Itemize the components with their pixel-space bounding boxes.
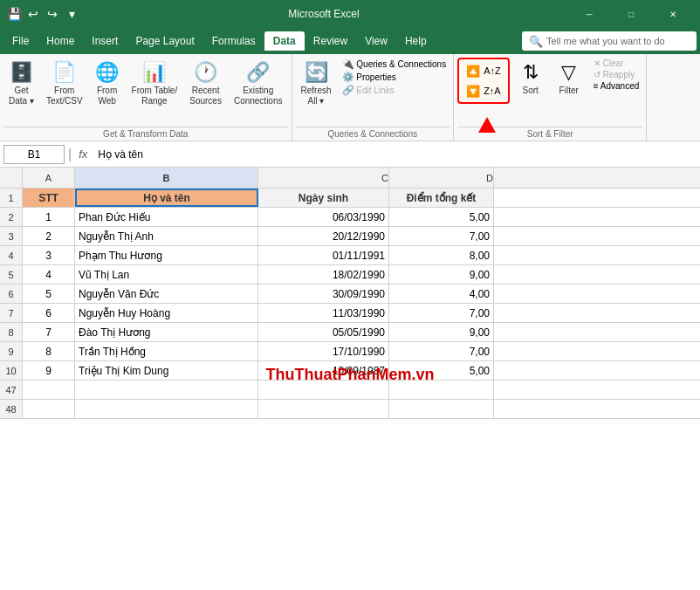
restore-button[interactable]: □: [611, 0, 651, 28]
cell-c9[interactable]: 17/10/1990: [258, 342, 389, 360]
col-header-a[interactable]: A: [23, 168, 75, 188]
properties-button[interactable]: ⚙️ Properties: [339, 71, 450, 84]
row-num-48: 48: [0, 400, 23, 418]
existing-connections-icon: 🔗: [246, 61, 270, 84]
menu-bar: File Home Insert Page Layout Formulas Da…: [0, 28, 700, 54]
cell-b47[interactable]: [75, 381, 258, 399]
cell-a47[interactable]: [23, 381, 75, 399]
cell-d10[interactable]: 5,00: [389, 361, 494, 380]
get-data-button[interactable]: 🗄️ Get Data ▾: [3, 58, 39, 110]
cell-d1[interactable]: Điểm tổng kết: [389, 189, 494, 207]
cell-d9[interactable]: 7,00: [389, 342, 494, 360]
cell-c4[interactable]: 01/11/1991: [258, 246, 389, 264]
col-header-d[interactable]: D: [389, 168, 494, 188]
cell-b48[interactable]: [75, 400, 258, 418]
search-bar[interactable]: Tell me what you want to do: [546, 36, 665, 46]
sort-button[interactable]: ⇅ Sort: [513, 58, 548, 99]
cell-c47[interactable]: [258, 381, 389, 399]
ribbon-group-content: 🗄️ Get Data ▾ 📄 From Text/CSV 🌐 From Web…: [3, 58, 288, 127]
cell-d5[interactable]: 9,00: [389, 265, 494, 284]
refresh-all-button[interactable]: 🔄 Refresh All ▾: [296, 58, 337, 110]
cell-a2[interactable]: 1: [23, 208, 75, 226]
cell-c2[interactable]: 06/03/1990: [258, 208, 389, 226]
menu-insert[interactable]: Insert: [83, 31, 127, 51]
queries-connections-button[interactable]: 🔌 Queries & Connections: [339, 58, 450, 71]
from-text-csv-icon: 📄: [52, 61, 76, 84]
sort-az-button[interactable]: 🔼 A↑Z: [461, 61, 506, 80]
cell-a8[interactable]: 7: [23, 323, 75, 341]
save-icon[interactable]: 💾: [7, 7, 21, 21]
from-table-button[interactable]: 📊 From Table/ Range: [127, 58, 183, 110]
menu-review[interactable]: Review: [305, 31, 356, 51]
cell-c7[interactable]: 11/03/1990: [258, 304, 389, 322]
cell-a9[interactable]: 8: [23, 342, 75, 360]
redo-icon[interactable]: ↪: [45, 7, 59, 21]
sort-za-icon: 🔽: [466, 85, 480, 98]
cell-c6[interactable]: 30/09/1990: [258, 285, 389, 303]
cell-d48[interactable]: [389, 400, 494, 418]
cell-b3[interactable]: Nguyễn Thị Anh: [75, 227, 258, 245]
table-row: 6 5 Nguyễn Văn Đức 30/09/1990 4,00: [0, 285, 700, 304]
sort-az-icon: 🔼: [466, 65, 480, 78]
menu-data[interactable]: Data: [264, 31, 305, 51]
spreadsheet-header-row: 1 STT Họ và tên Ngày sinh Điểm tổng kết: [0, 189, 700, 208]
sort-az-za-container: 🔼 A↑Z 🔽 Z↑A: [461, 61, 506, 100]
cell-a6[interactable]: 5: [23, 285, 75, 303]
cell-c1[interactable]: Ngày sinh: [258, 189, 389, 207]
from-web-button[interactable]: 🌐 From Web: [90, 58, 125, 110]
cell-b10[interactable]: Triệu Thị Kim Dung: [75, 361, 258, 380]
cell-c5[interactable]: 18/02/1990: [258, 265, 389, 284]
menu-page-layout[interactable]: Page Layout: [127, 31, 202, 51]
menu-view[interactable]: View: [356, 31, 396, 51]
cell-b6[interactable]: Nguyễn Văn Đức: [75, 285, 258, 303]
cell-d4[interactable]: 8,00: [389, 246, 494, 264]
cell-a4[interactable]: 3: [23, 246, 75, 264]
menu-file[interactable]: File: [3, 31, 38, 51]
cell-c10[interactable]: 10/09/1987: [258, 361, 389, 380]
cell-c3[interactable]: 20/12/1990: [258, 227, 389, 245]
cell-c8[interactable]: 05/05/1990: [258, 323, 389, 341]
clear-label: Clear: [602, 58, 623, 68]
close-button[interactable]: ✕: [653, 0, 693, 28]
cell-d6[interactable]: 4,00: [389, 285, 494, 303]
ribbon: 🗄️ Get Data ▾ 📄 From Text/CSV 🌐 From Web…: [0, 54, 700, 141]
cell-d8[interactable]: 9,00: [389, 323, 494, 341]
cell-reference-input[interactable]: [3, 145, 65, 164]
advanced-button[interactable]: ≡ Advanced: [590, 80, 643, 92]
formula-input[interactable]: [94, 145, 697, 164]
existing-connections-button[interactable]: 🔗 Existing Connections: [229, 58, 288, 110]
cell-b9[interactable]: Trần Thị Hồng: [75, 342, 258, 360]
col-header-b[interactable]: B: [75, 168, 258, 188]
cell-d2[interactable]: 5,00: [389, 208, 494, 226]
cell-a10[interactable]: 9: [23, 361, 75, 380]
cell-d7[interactable]: 7,00: [389, 304, 494, 322]
cell-d3[interactable]: 7,00: [389, 227, 494, 245]
customize-icon[interactable]: ▾: [65, 7, 79, 21]
cell-a5[interactable]: 4: [23, 265, 75, 284]
menu-help[interactable]: Help: [396, 31, 436, 51]
minimize-button[interactable]: ─: [569, 0, 609, 28]
cell-b7[interactable]: Nguyễn Huy Hoàng: [75, 304, 258, 322]
cell-a3[interactable]: 2: [23, 227, 75, 245]
cell-b1[interactable]: Họ và tên: [75, 189, 258, 207]
table-row: 7 6 Nguyễn Huy Hoàng 11/03/1990 7,00: [0, 304, 700, 323]
menu-formulas[interactable]: Formulas: [203, 31, 264, 51]
cell-d47[interactable]: [389, 381, 494, 399]
cell-a7[interactable]: 6: [23, 304, 75, 322]
recent-sources-button[interactable]: 🕐 Recent Sources: [184, 58, 227, 110]
menu-home[interactable]: Home: [38, 31, 83, 51]
cell-a1[interactable]: STT: [23, 189, 75, 207]
undo-icon[interactable]: ↩: [26, 7, 40, 21]
from-text-csv-label: From Text/CSV: [46, 86, 83, 106]
col-header-c[interactable]: C: [258, 168, 389, 188]
cell-b5[interactable]: Vũ Thị Lan: [75, 265, 258, 284]
cell-c48[interactable]: [258, 400, 389, 418]
sort-za-button[interactable]: 🔽 Z↑A: [461, 81, 506, 100]
cell-b4[interactable]: Phạm Thu Hương: [75, 246, 258, 264]
from-text-csv-button[interactable]: 📄 From Text/CSV: [41, 58, 88, 110]
cell-b8[interactable]: Đào Thị Hương: [75, 323, 258, 341]
cell-b2[interactable]: Phan Đức Hiếu: [75, 208, 258, 226]
sort-highlight-box: 🔼 A↑Z 🔽 Z↑A: [457, 58, 510, 104]
cell-a48[interactable]: [23, 400, 75, 418]
filter-button[interactable]: ▽ Filter: [552, 58, 587, 99]
